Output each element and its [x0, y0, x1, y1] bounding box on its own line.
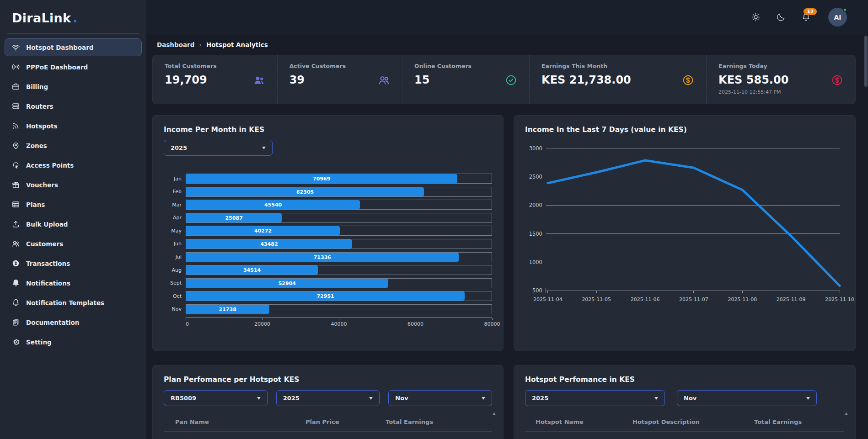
- bar-track: 72951: [186, 291, 492, 301]
- dollar-circle-icon: [831, 74, 843, 86]
- sidebar-item-label: Notifications: [26, 280, 70, 287]
- select-value: Nov: [684, 395, 697, 402]
- tables-row: Plan Perfomance per Hotspot KES RB500920…: [152, 365, 856, 439]
- sidebar-item-billing[interactable]: Billing: [5, 78, 142, 95]
- bar-value-label: 52904: [279, 280, 296, 286]
- stat-earnings-this-month: Earnings This MonthKES 21,738.00: [530, 55, 707, 104]
- app-logo-text: DiraLink: [12, 11, 71, 25]
- stat-total-customers: Total Customers19,709: [153, 55, 278, 104]
- axis-tick-label: 20000: [254, 321, 270, 327]
- sidebar-item-label: Plans: [26, 201, 45, 208]
- select-value: 2025: [283, 395, 300, 402]
- page-scrollbar[interactable]: [864, 36, 868, 87]
- broadcast-icon: [11, 63, 20, 71]
- sidebar-item-label: Routers: [26, 103, 54, 110]
- sidebar-item-hotspot-dashboard[interactable]: Hotspot Dashboard: [5, 38, 142, 56]
- notifications-button[interactable]: 12: [801, 12, 811, 22]
- sidebar-item-zones[interactable]: Zones: [5, 137, 142, 154]
- briefcase-icon: [11, 82, 20, 91]
- income-line-chart: 500100015002000250030002025-11-042025-11…: [525, 142, 844, 310]
- year-select-value: 2025: [171, 144, 187, 151]
- bar-value-label: 21738: [219, 306, 236, 312]
- sidebar-item-bulk-upload[interactable]: Bulk Upload: [5, 215, 142, 233]
- table-row: 3-day internetKES 101.00KES 696.00: [164, 432, 492, 439]
- column-header-total-earnings: Total Earnings: [386, 418, 492, 425]
- sidebar-item-vouchers[interactable]: Vouchers: [5, 176, 142, 194]
- bar-value-label: 45540: [264, 202, 282, 208]
- sidebar-item-label: Billing: [26, 83, 48, 90]
- stat-value: 15: [414, 74, 429, 86]
- x-axis-tick-label: 2025-11-05: [582, 296, 611, 302]
- bar-track: 34514: [186, 265, 492, 275]
- user-avatar[interactable]: AI: [828, 8, 847, 26]
- axis-tick: [416, 318, 416, 320]
- map-pin-icon: [11, 141, 20, 150]
- stat-online-customers: Online Customers15: [402, 55, 530, 104]
- bar-month-label: Sept: [164, 280, 186, 286]
- y-axis-tick-label: 1000: [529, 259, 542, 265]
- sidebar-item-setting[interactable]: Setting: [5, 333, 142, 351]
- dollar-circle-icon: [682, 74, 694, 86]
- sidebar-item-transactions[interactable]: Transactions: [5, 254, 142, 272]
- bar-value-label: 25087: [225, 215, 243, 221]
- month-select[interactable]: Nov: [388, 390, 492, 406]
- stat-main: KES 21,738.00: [541, 74, 694, 86]
- sidebar-item-notification-templates[interactable]: Notification Templates: [5, 294, 142, 312]
- sidebar-item-plans[interactable]: Plans: [5, 196, 142, 213]
- axis-tick: [339, 318, 339, 320]
- online-status-dot: [843, 8, 847, 12]
- chevron-down-icon: [262, 147, 266, 149]
- bar-row: Nov21738: [164, 304, 492, 314]
- bar-month-label: Feb: [164, 189, 186, 195]
- bell-outline-icon: [11, 298, 20, 307]
- stat-label: Earnings Today: [718, 63, 843, 69]
- income-line-series: [548, 160, 840, 286]
- stat-main: 39: [289, 74, 390, 86]
- sidebar-item-hotspots[interactable]: Hotspots: [5, 117, 142, 135]
- scroll-up-arrow-icon[interactable]: ▲: [493, 411, 496, 416]
- x-axis-tick-label: 2025-11-04: [533, 296, 563, 302]
- chevron-right-icon: ›: [199, 41, 202, 48]
- light-mode-button[interactable]: [751, 12, 761, 22]
- breadcrumb-hotspot-analytics: Hotspot Analytics: [206, 41, 268, 48]
- bar-value-label: 43482: [260, 241, 278, 247]
- sidebar-item-customers[interactable]: Customers: [5, 235, 142, 253]
- app-logo: DiraLink.: [0, 7, 146, 33]
- breadcrumb-dashboard[interactable]: Dashboard: [157, 41, 194, 48]
- sidebar-item-documentation[interactable]: Documentation: [5, 313, 142, 331]
- router-select[interactable]: RB5009: [164, 390, 268, 406]
- x-axis-tick-label: 2025-11-08: [728, 296, 757, 302]
- stat-label: Active Customers: [289, 63, 390, 69]
- sidebar-item-routers[interactable]: Routers: [5, 97, 142, 115]
- charts-row: Income Per Month in KES 2025 Jan70969Feb…: [152, 115, 856, 351]
- axis-tick-label: 80000: [484, 321, 500, 327]
- y-axis-tick-label: 3000: [529, 145, 542, 152]
- month-select[interactable]: Nov: [677, 390, 817, 406]
- users-outline-icon: [378, 74, 390, 86]
- sidebar: DiraLink. Hotspot DashboardPPPoE Dashboa…: [0, 0, 146, 439]
- income-per-month-card: Income Per Month in KES 2025 Jan70969Feb…: [152, 115, 504, 351]
- bar-month-label: Jun: [164, 241, 186, 247]
- bar-track: 52904: [186, 278, 492, 288]
- bar-track: 43482: [186, 239, 492, 249]
- sidebar-item-notifications[interactable]: Notifications: [5, 274, 142, 292]
- stat-earnings-today: Earnings TodayKES 585.002025-11-10 12:55…: [707, 55, 855, 104]
- bar-track: 40272: [186, 226, 492, 236]
- sidebar-item-pppoe-dashboard[interactable]: PPPoE Dashboard: [5, 58, 142, 76]
- bar-row: Mar45540: [164, 200, 492, 210]
- axis-tick-label: 60000: [407, 321, 423, 327]
- sidebar-item-access-points[interactable]: Access Points: [5, 156, 142, 174]
- gift-icon: [11, 180, 20, 189]
- income-per-month-title: Income Per Month in KES: [164, 126, 492, 134]
- plan-performance-table: ▲ Pan NamePlan PriceTotal Earnings 3-day…: [164, 418, 492, 439]
- users-icon: [11, 239, 20, 248]
- chevron-down-icon: [806, 397, 810, 400]
- year-select[interactable]: 2025: [164, 140, 273, 156]
- page-scrollbar-track: [864, 0, 868, 439]
- year-select[interactable]: 2025: [276, 390, 380, 406]
- x-axis-tick-label: 2025-11-10: [825, 296, 854, 302]
- scroll-up-arrow-icon[interactable]: ▲: [845, 411, 848, 416]
- year-select[interactable]: 2025: [525, 390, 665, 406]
- dark-mode-button[interactable]: [776, 12, 786, 22]
- bar-row: Oct72951: [164, 291, 492, 301]
